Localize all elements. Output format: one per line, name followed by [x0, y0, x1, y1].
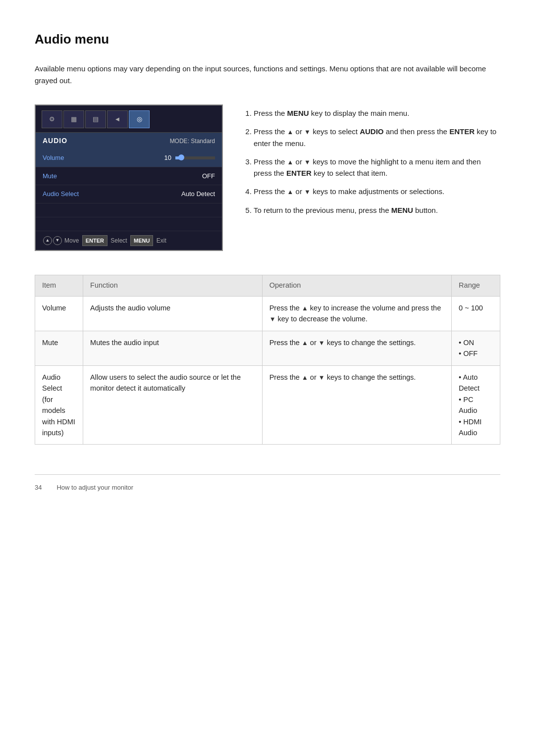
- osd-row-volume: Volume 10: [36, 149, 222, 167]
- cell-volume-function: Adjusts the audio volume: [83, 296, 263, 331]
- down-arrow-3: ▼: [304, 158, 311, 166]
- table-row-volume: Volume Adjusts the audio volume Press th…: [35, 296, 500, 331]
- down-arrow-4: ▼: [304, 188, 311, 196]
- steps-container: Press the MENU key to display the main m…: [243, 104, 500, 223]
- step-3: Press the ▲ or ▼ keys to move the highli…: [254, 156, 500, 179]
- up-arrow-mute: ▲: [302, 339, 308, 347]
- page-footer: 34 How to adjust your monitor: [35, 474, 500, 493]
- cell-audio-select-item: Audio Select(for modelswith HDMIinputs): [35, 365, 83, 445]
- osd-icon-audio: ◄: [107, 110, 128, 128]
- arrow-down-icon: ▼: [53, 236, 62, 245]
- cell-volume-operation: Press the ▲ key to increase the volume a…: [262, 296, 451, 331]
- cell-mute-function: Mutes the audio input: [83, 331, 263, 365]
- up-arrow-4: ▲: [287, 188, 294, 196]
- osd-select-label: Select: [109, 236, 129, 245]
- osd-menu-title: AUDIO: [43, 136, 67, 146]
- cell-mute-operation: Press the ▲ or ▼ keys to change the sett…: [262, 331, 451, 365]
- osd-icon-settings: ⚙: [42, 110, 62, 128]
- footer-text: How to adjust your monitor: [56, 483, 133, 493]
- osd-icon-display: ▦: [63, 110, 84, 128]
- col-header-range: Range: [452, 275, 500, 297]
- down-arrow-mute: ▼: [319, 339, 325, 347]
- osd-row-audio-select: Audio Select Auto Detect: [36, 185, 222, 203]
- page-number: 34: [35, 483, 42, 493]
- content-area: ⚙ ▦ ▤ ◄ ◎ AUDIO MODE: Standard Volume 10…: [35, 104, 500, 251]
- table-header-row: Item Function Operation Range: [35, 275, 500, 297]
- down-arrow-2: ▼: [304, 128, 311, 136]
- table-row-audio-select: Audio Select(for modelswith HDMIinputs) …: [35, 365, 500, 445]
- osd-audio-select-value: Auto Detect: [181, 189, 215, 199]
- down-arrow-as: ▼: [319, 374, 325, 381]
- osd-volume-value: 10: [164, 153, 215, 163]
- intro-text: Available menu options may vary dependin…: [35, 63, 500, 87]
- audio-key: AUDIO: [360, 127, 383, 136]
- osd-icon-active: ◎: [129, 110, 150, 128]
- step-2: Press the ▲ or ▼ keys to select AUDIO an…: [254, 126, 500, 149]
- cell-mute-item: Mute: [35, 331, 83, 365]
- page-title: Audio menu: [35, 30, 500, 49]
- osd-mute-value: OFF: [202, 171, 215, 181]
- step-1: Press the MENU key to display the main m…: [254, 107, 500, 119]
- cell-volume-item: Volume: [35, 296, 83, 331]
- osd-mute-label: Mute: [43, 171, 57, 181]
- step-5: To return to the previous menu, press th…: [254, 204, 500, 216]
- osd-move-label: Move: [64, 236, 81, 245]
- cell-audio-select-function: Allow users to select the audio source o…: [83, 365, 263, 445]
- osd-footer: ▲ ▼ Move ENTER Select MENU Exit: [36, 231, 222, 251]
- up-arrow-vol: ▲: [302, 304, 308, 312]
- steps-list: Press the MENU key to display the main m…: [243, 107, 500, 216]
- osd-enter-btn: ENTER: [82, 235, 107, 247]
- osd-slider-handle: [178, 154, 184, 160]
- reference-table: Item Function Operation Range Volume Adj…: [35, 275, 500, 445]
- monitor-osd: ⚙ ▦ ▤ ◄ ◎ AUDIO MODE: Standard Volume 10…: [35, 104, 223, 251]
- osd-slider: [175, 156, 215, 159]
- up-arrow-2: ▲: [287, 128, 294, 136]
- step-4: Press the ▲ or ▼ keys to make adjustment…: [254, 186, 500, 197]
- col-header-item: Item: [35, 275, 83, 297]
- osd-header: AUDIO MODE: Standard: [36, 133, 222, 149]
- osd-exit-label: Exit: [155, 236, 166, 245]
- osd-empty-1: [36, 203, 222, 217]
- up-arrow-3: ▲: [287, 158, 294, 166]
- osd-nav-arrows: ▲ ▼: [43, 236, 62, 245]
- osd-mode-label: MODE: Standard: [170, 137, 215, 146]
- col-header-function: Function: [83, 275, 263, 297]
- down-arrow-vol: ▼: [269, 315, 276, 323]
- arrow-up-icon: ▲: [43, 236, 52, 245]
- osd-volume-label: Volume: [43, 153, 64, 163]
- cell-mute-range: • ON• OFF: [452, 331, 500, 365]
- col-header-operation: Operation: [262, 275, 451, 297]
- menu-key-1: MENU: [287, 109, 309, 117]
- osd-audio-select-label: Audio Select: [43, 189, 79, 199]
- menu-key-5: MENU: [391, 206, 413, 214]
- up-arrow-as: ▲: [302, 374, 308, 381]
- cell-volume-range: 0 ~ 100: [452, 296, 500, 331]
- cell-audio-select-operation: Press the ▲ or ▼ keys to change the sett…: [262, 365, 451, 445]
- osd-menu-btn: MENU: [130, 235, 153, 247]
- cell-audio-select-range: • Auto Detect• PC Audio• HDMI Audio: [452, 365, 500, 445]
- osd-row-mute: Mute OFF: [36, 167, 222, 186]
- enter-key-2: ENTER: [449, 127, 475, 136]
- osd-empty-2: [36, 217, 222, 231]
- osd-icon-bar: ⚙ ▦ ▤ ◄ ◎: [36, 105, 222, 133]
- osd-icon-picture: ▤: [85, 110, 106, 128]
- enter-key-3: ENTER: [286, 169, 312, 177]
- table-row-mute: Mute Mutes the audio input Press the ▲ o…: [35, 331, 500, 365]
